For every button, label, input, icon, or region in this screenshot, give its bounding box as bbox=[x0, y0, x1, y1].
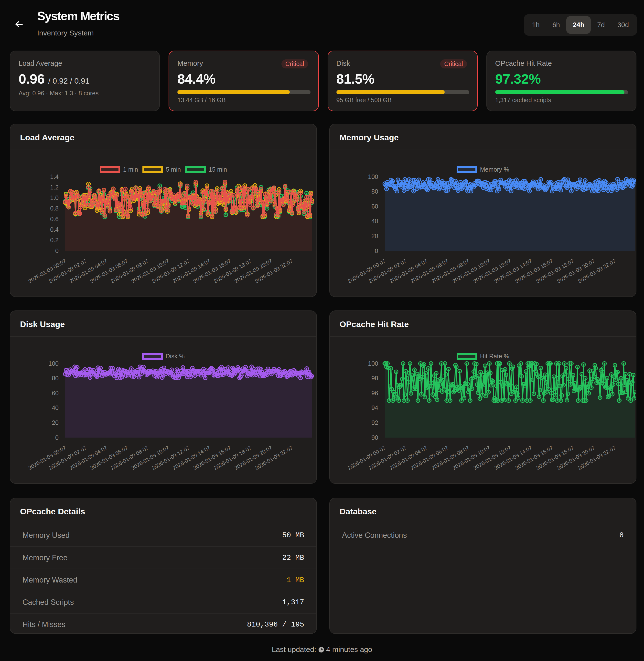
svg-text:2026-01-09 08:07: 2026-01-09 08:07 bbox=[431, 445, 470, 471]
svg-text:100: 100 bbox=[368, 360, 378, 367]
svg-text:2026-01-09 04:07: 2026-01-09 04:07 bbox=[389, 258, 429, 285]
svg-text:2026-01-09 14:07: 2026-01-09 14:07 bbox=[493, 258, 533, 285]
svg-text:2026-01-09 04:07: 2026-01-09 04:07 bbox=[389, 445, 429, 471]
svg-text:100: 100 bbox=[48, 360, 59, 367]
svg-text:80: 80 bbox=[52, 375, 59, 381]
svg-text:2026-01-09 20:07: 2026-01-09 20:07 bbox=[556, 445, 596, 471]
svg-text:90: 90 bbox=[371, 434, 378, 441]
svg-text:0.8: 0.8 bbox=[50, 205, 59, 212]
svg-text:96: 96 bbox=[371, 390, 378, 397]
svg-text:2026-01-09 02:07: 2026-01-09 02:07 bbox=[368, 258, 408, 285]
svg-text:2026-01-09 22:07: 2026-01-09 22:07 bbox=[254, 258, 294, 285]
svg-text:92: 92 bbox=[371, 419, 378, 426]
svg-text:2026-01-09 18:07: 2026-01-09 18:07 bbox=[535, 445, 575, 471]
svg-text:98: 98 bbox=[371, 375, 378, 381]
svg-text:2026-01-09 08:07: 2026-01-09 08:07 bbox=[431, 258, 470, 285]
svg-text:2026-01-09 22:07: 2026-01-09 22:07 bbox=[577, 445, 617, 471]
svg-text:1.4: 1.4 bbox=[50, 173, 59, 180]
svg-text:0.6: 0.6 bbox=[50, 216, 59, 222]
svg-text:20: 20 bbox=[52, 419, 59, 426]
svg-text:40: 40 bbox=[371, 218, 378, 224]
svg-text:2026-01-09 22:07: 2026-01-09 22:07 bbox=[254, 445, 294, 471]
svg-text:2026-01-09 00:07: 2026-01-09 00:07 bbox=[347, 258, 387, 285]
svg-text:2026-01-09 06:07: 2026-01-09 06:07 bbox=[410, 445, 449, 471]
svg-text:60: 60 bbox=[371, 203, 378, 210]
svg-text:2026-01-09 18:07: 2026-01-09 18:07 bbox=[535, 258, 575, 285]
svg-text:2026-01-09 22:07: 2026-01-09 22:07 bbox=[577, 258, 617, 285]
svg-text:1.0: 1.0 bbox=[50, 194, 59, 201]
svg-text:2026-01-09 06:07: 2026-01-09 06:07 bbox=[410, 258, 449, 285]
svg-text:0: 0 bbox=[55, 247, 59, 254]
svg-text:0: 0 bbox=[55, 434, 59, 441]
svg-text:2026-01-09 20:07: 2026-01-09 20:07 bbox=[556, 258, 596, 285]
svg-text:2026-01-09 00:07: 2026-01-09 00:07 bbox=[347, 445, 387, 471]
svg-text:2026-01-09 14:07: 2026-01-09 14:07 bbox=[493, 445, 533, 471]
svg-text:2026-01-09 12:07: 2026-01-09 12:07 bbox=[472, 258, 512, 285]
svg-text:2026-01-09 10:07: 2026-01-09 10:07 bbox=[452, 258, 491, 285]
svg-text:0.4: 0.4 bbox=[50, 226, 59, 233]
svg-text:20: 20 bbox=[371, 233, 378, 239]
svg-text:2026-01-09 02:07: 2026-01-09 02:07 bbox=[368, 445, 408, 471]
svg-text:94: 94 bbox=[371, 404, 378, 411]
svg-text:100: 100 bbox=[368, 173, 378, 180]
svg-text:60: 60 bbox=[52, 390, 59, 397]
svg-text:80: 80 bbox=[371, 188, 378, 195]
svg-text:2026-01-09 16:07: 2026-01-09 16:07 bbox=[514, 445, 554, 471]
svg-text:0: 0 bbox=[375, 247, 378, 254]
svg-text:1.2: 1.2 bbox=[50, 184, 59, 191]
svg-text:2026-01-09 16:07: 2026-01-09 16:07 bbox=[514, 258, 554, 285]
svg-text:2026-01-09 12:07: 2026-01-09 12:07 bbox=[472, 445, 512, 471]
svg-text:0.2: 0.2 bbox=[50, 237, 59, 243]
svg-text:40: 40 bbox=[52, 404, 59, 411]
svg-text:2026-01-09 10:07: 2026-01-09 10:07 bbox=[452, 445, 491, 471]
